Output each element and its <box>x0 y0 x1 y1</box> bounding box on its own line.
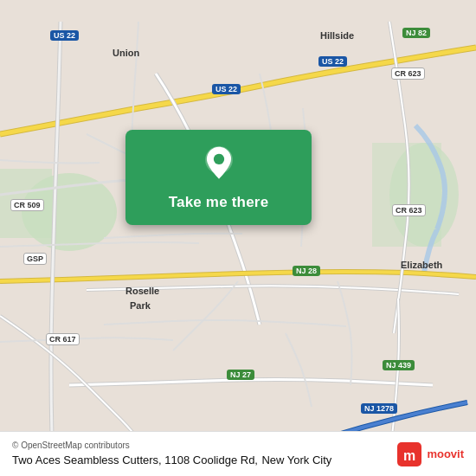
map-container: Union Hillside Roselle Park Elizabeth US… <box>0 0 476 476</box>
road-sign-us22c: US 22 <box>318 56 347 67</box>
svg-point-7 <box>213 154 223 164</box>
road-sign-cr623b: CR 623 <box>392 204 426 216</box>
road-sign-us22a: US 22 <box>50 30 79 41</box>
take-me-card[interactable]: Take me there <box>125 130 312 225</box>
place-name: Two Aces Seambless Cutters, 1108 Coolidg… <box>12 453 258 466</box>
bottom-bar: © OpenStreetMap contributors Two Aces Se… <box>0 431 476 476</box>
town-label-park: Park <box>130 300 151 311</box>
road-sign-nj82: NJ 82 <box>402 28 430 38</box>
moovit-logo: m moovit <box>397 442 464 466</box>
town-label-roselle: Roselle <box>125 286 159 296</box>
place-info: Two Aces Seambless Cutters, 1108 Coolidg… <box>12 452 331 467</box>
moovit-brand-text: moovit <box>427 447 464 460</box>
location-pin-icon <box>200 145 238 183</box>
town-label-union: Union <box>113 48 139 58</box>
road-sign-nj1278: NJ 1278 <box>361 403 397 414</box>
road-sign-nj439: NJ 439 <box>383 360 415 370</box>
road-sign-cr623a: CR 623 <box>391 68 425 80</box>
road-sign-us22b: US 22 <box>212 84 241 94</box>
bottom-text-group: © OpenStreetMap contributors Two Aces Se… <box>12 441 331 467</box>
road-sign-cr509: CR 509 <box>10 199 44 211</box>
road-sign-gsp: GSP <box>23 253 47 265</box>
osm-attribution: © OpenStreetMap contributors <box>12 441 331 450</box>
take-me-button-label: Take me there <box>169 194 269 211</box>
place-city: New York City <box>261 453 331 466</box>
road-sign-nj28: NJ 28 <box>293 266 320 276</box>
road-sign-nj27: NJ 27 <box>227 370 254 380</box>
road-sign-cr617: CR 617 <box>46 333 80 345</box>
town-label-elizabeth: Elizabeth <box>401 260 442 270</box>
town-label-hillside: Hillside <box>320 30 354 41</box>
svg-text:m: m <box>403 448 415 463</box>
moovit-icon: m <box>397 442 421 466</box>
